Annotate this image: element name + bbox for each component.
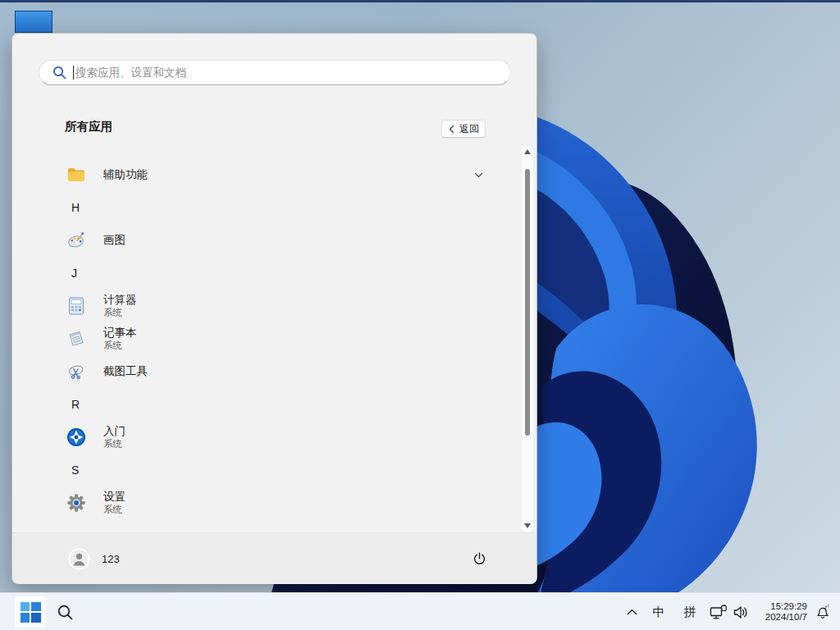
speaker-icon bbox=[733, 605, 749, 619]
section-letter-h[interactable]: H bbox=[12, 191, 521, 224]
notepad-icon bbox=[66, 329, 86, 349]
folder-item-accessibility[interactable]: 辅助功能 bbox=[12, 158, 521, 191]
start-button[interactable] bbox=[15, 596, 46, 628]
ime-language-indicator[interactable]: 中 bbox=[648, 593, 669, 630]
chevron-up-icon bbox=[627, 609, 637, 615]
app-label: 计算器 bbox=[103, 294, 137, 307]
power-icon bbox=[472, 552, 486, 566]
search-input[interactable] bbox=[75, 66, 500, 79]
svg-text:z: z bbox=[828, 605, 830, 608]
all-apps-header: 所有应用 bbox=[65, 119, 112, 135]
app-label: 画图 bbox=[103, 234, 126, 247]
user-avatar-icon bbox=[68, 548, 90, 570]
desktop: 所有应用 返回 辅助功能 H bbox=[0, 0, 840, 630]
start-menu-panel: 所有应用 返回 辅助功能 H bbox=[11, 33, 537, 584]
scroll-down-arrow[interactable] bbox=[524, 523, 531, 528]
section-letter-r[interactable]: R bbox=[12, 388, 521, 421]
scroll-up-arrow[interactable] bbox=[524, 149, 531, 154]
search-box[interactable] bbox=[39, 60, 511, 85]
ethernet-icon bbox=[710, 605, 728, 620]
app-sublabel: 系统 bbox=[103, 340, 137, 351]
text-caret bbox=[73, 66, 74, 80]
back-button-label: 返回 bbox=[459, 122, 479, 136]
start-menu-footer: 123 bbox=[12, 532, 536, 584]
desktop-window-peek[interactable] bbox=[15, 11, 52, 33]
app-sublabel: 系统 bbox=[103, 504, 126, 515]
tray-time: 15:29:29 bbox=[770, 601, 807, 613]
folder-label: 辅助功能 bbox=[103, 168, 148, 181]
section-letter-s[interactable]: S bbox=[12, 454, 521, 486]
app-label: 入门 bbox=[103, 425, 126, 438]
app-label: 设置 bbox=[103, 491, 126, 504]
wallpaper-top-edge bbox=[0, 0, 840, 2]
clock[interactable]: 15:29:29 2024/10/7 bbox=[756, 593, 807, 630]
user-name: 123 bbox=[102, 553, 120, 565]
app-label: 记事本 bbox=[103, 326, 137, 340]
section-letter-label: H bbox=[71, 201, 80, 214]
search-icon bbox=[52, 66, 66, 80]
chevron-down-icon[interactable] bbox=[473, 170, 484, 180]
volume-button[interactable] bbox=[730, 593, 751, 630]
hidden-icons-button[interactable] bbox=[623, 593, 640, 630]
app-item-notepad[interactable]: 记事本 系统 bbox=[12, 322, 521, 355]
taskbar: 中 拼 15:29:29 2024/10/7 bbox=[0, 592, 840, 630]
section-letter-label: S bbox=[71, 463, 79, 477]
paint-icon bbox=[66, 231, 86, 250]
app-item-paint[interactable]: 画图 bbox=[12, 224, 521, 257]
app-item-settings[interactable]: 设置 系统 bbox=[12, 486, 521, 519]
app-sublabel: 系统 bbox=[103, 307, 137, 318]
scrollbar[interactable] bbox=[522, 145, 533, 532]
search-icon bbox=[57, 604, 74, 621]
snipping-tool-icon bbox=[66, 362, 86, 381]
notifications-button[interactable]: z z bbox=[812, 593, 833, 630]
taskbar-search-button[interactable] bbox=[52, 600, 77, 624]
do-not-disturb-bell-icon: z z bbox=[815, 605, 831, 620]
tray-date: 2024/10/7 bbox=[765, 612, 807, 623]
get-started-icon bbox=[66, 427, 86, 447]
section-letter-label: J bbox=[71, 267, 77, 280]
windows-logo-icon bbox=[21, 602, 41, 623]
chevron-left-icon bbox=[448, 125, 455, 134]
app-sublabel: 系统 bbox=[103, 438, 126, 450]
ime-mode-indicator[interactable]: 拼 bbox=[679, 593, 701, 630]
settings-icon bbox=[66, 493, 86, 513]
scrollbar-thumb[interactable] bbox=[525, 169, 530, 436]
app-item-snipping-tool[interactable]: 截图工具 bbox=[12, 355, 521, 388]
section-letter-label: R bbox=[71, 398, 80, 411]
app-item-calculator[interactable]: 计算器 系统 bbox=[12, 290, 521, 322]
user-button[interactable]: 123 bbox=[58, 540, 130, 578]
network-button[interactable] bbox=[707, 593, 730, 630]
app-label: 截图工具 bbox=[103, 365, 148, 378]
folder-icon bbox=[66, 165, 86, 185]
back-button[interactable]: 返回 bbox=[441, 120, 486, 138]
calculator-icon bbox=[66, 296, 86, 316]
power-button[interactable] bbox=[465, 545, 493, 573]
section-letter-j[interactable]: J bbox=[12, 257, 521, 290]
app-item-get-started[interactable]: 入门 系统 bbox=[12, 421, 521, 454]
